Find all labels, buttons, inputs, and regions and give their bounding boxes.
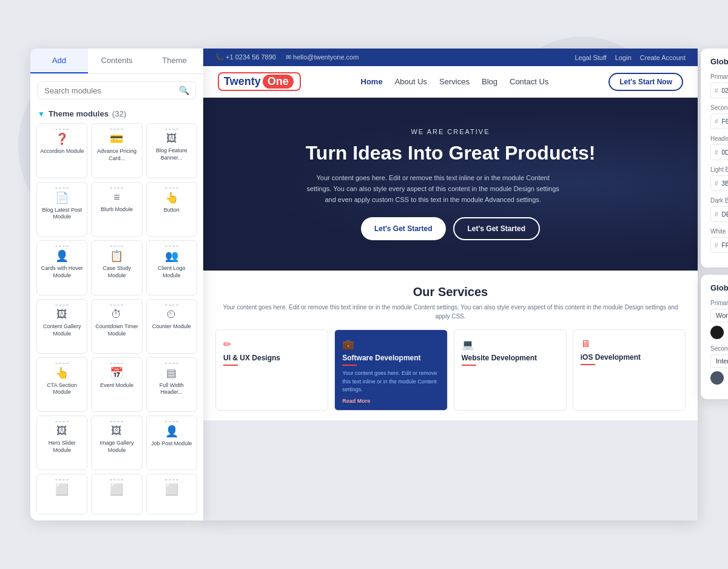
counter-icon: ⏲: [166, 308, 177, 321]
services-title: Our Services: [215, 285, 686, 299]
logo-twenty: Twenty: [224, 75, 261, 88]
site-preview: 📞 +1 0234 56 7890 ✉ hello@twentyone.com …: [203, 49, 698, 520]
case-study-icon: 📋: [110, 249, 123, 263]
nav-blog[interactable]: Blog: [482, 77, 497, 86]
module-hero-slider[interactable]: 🖼 Hero Slider Module: [36, 416, 87, 470]
font-primary-row: Primary Work Sans ▼: [710, 300, 728, 339]
search-input[interactable]: [44, 86, 179, 95]
nav-home[interactable]: Home: [361, 77, 383, 86]
site-logo: Twenty One: [218, 72, 301, 91]
module-extra1[interactable]: ⬜: [36, 474, 87, 514]
search-icon[interactable]: 🔍: [179, 86, 189, 95]
ui-ux-divider: [223, 365, 238, 366]
nav-cta-button[interactable]: Let's Start Now: [608, 73, 683, 91]
module-client-logo[interactable]: 👥 Client Logo Module: [146, 240, 197, 295]
module-cards-hover[interactable]: 👤 Cards with Hover Module: [36, 240, 87, 295]
main-wrapper: Add Contents Theme 🔍 ▼ Theme modules (32…: [30, 49, 698, 520]
phone-icon: 📞: [215, 53, 226, 61]
global-fonts-panel: Global fonts ▲ Primary Work Sans ▼ Secon…: [701, 275, 728, 399]
module-advance-pricing[interactable]: 💳 Advance Pricing Card...: [91, 123, 142, 178]
ios-icon: 🖥: [581, 338, 678, 349]
hero-buttons: Let's Get Started Let's Get Started: [306, 217, 596, 240]
software-desc: Your content goes here. Edit or remove t…: [342, 369, 439, 394]
theme-modules-label: Theme modules: [49, 109, 109, 118]
blog-feature-icon: 🖼: [166, 132, 177, 145]
module-full-width[interactable]: ▤ Full Width Header...: [146, 357, 197, 412]
color-light-bg-label: Light Background Body Color: [710, 166, 728, 173]
services-grid: ✏ UI & UX Designs 💼 Software Development…: [215, 329, 686, 411]
cards-hover-label: Cards with Hover Module: [39, 265, 84, 279]
dark-bg-value: DEE8F4: [722, 211, 728, 218]
client-logo-icon: 👥: [165, 249, 178, 263]
legal-link[interactable]: Legal Stuff: [575, 54, 606, 61]
module-accordion[interactable]: ❓ Accordion Module: [36, 123, 87, 178]
hero-btn2[interactable]: Let's Get Started: [453, 217, 541, 240]
module-blurb[interactable]: ≡ Blurb Module: [91, 182, 142, 237]
secondary-hash: #: [715, 118, 718, 125]
event-icon: 📅: [110, 366, 123, 380]
tab-add[interactable]: Add: [30, 49, 88, 73]
tab-theme[interactable]: Theme: [146, 49, 203, 73]
ios-divider: [581, 364, 595, 365]
color-light-bg-input[interactable]: # 3B4F68: [710, 175, 728, 191]
nav-contact[interactable]: Contact Us: [510, 77, 548, 86]
hero-btn1[interactable]: Let's Get Started: [361, 217, 446, 240]
font-secondary-label: Secondary: [710, 345, 728, 352]
font-secondary-select[interactable]: Inter ▼: [710, 354, 728, 368]
global-colors-title: Global colors ▲: [710, 57, 728, 66]
blog-feature-label: Blog Feature Banner...: [149, 147, 194, 161]
font-secondary-color[interactable]: [710, 371, 724, 385]
dark-bg-hash: #: [715, 211, 718, 218]
module-content-gallery[interactable]: 🖼 Content Gallery Module: [36, 299, 87, 354]
right-panels: Global colors ▲ Primary # 023EBA Seconda…: [701, 49, 728, 399]
color-primary-input[interactable]: # 023EBA: [710, 82, 728, 98]
color-secondary-input[interactable]: # F65D5D: [710, 113, 728, 129]
module-case-study[interactable]: 📋 Case Study Module: [91, 240, 142, 295]
hero-eyebrow: WE ARE CREATIVE: [306, 128, 596, 135]
color-dark-bg-input[interactable]: # DEE8F4: [710, 206, 728, 222]
hero-slider-icon: 🖼: [56, 425, 67, 437]
color-dark-bg-label: Dark Background Body Color: [710, 197, 728, 204]
software-link[interactable]: Read More: [342, 398, 439, 404]
global-fonts-title: Global fonts ▲: [710, 283, 728, 292]
full-width-icon: ▤: [166, 366, 177, 380]
modules-grid: ❓ Accordion Module 💳 Advance Pricing Car…: [30, 123, 203, 520]
module-button[interactable]: 👆 Button: [146, 182, 197, 237]
job-post-icon: 👤: [165, 425, 178, 438]
left-panel: Add Contents Theme 🔍 ▼ Theme modules (32…: [30, 49, 203, 520]
module-counter[interactable]: ⏲ Counter Module: [146, 299, 197, 354]
services-subtitle: Your content goes here. Edit or remove t…: [215, 303, 686, 321]
color-dark-bg-block: Dark Background Body Color # DEE8F4: [710, 197, 728, 222]
color-heading-input[interactable]: # 0D1724: [710, 144, 728, 160]
site-nav: Twenty One Home About Us Services Blog C…: [203, 66, 698, 98]
extra2-icon: ⬜: [110, 483, 123, 496]
module-job-post[interactable]: 👤 Job Post Module: [146, 416, 197, 470]
module-blog-feature[interactable]: 🖼 Blog Feature Banner...: [146, 123, 197, 178]
nav-services[interactable]: Services: [439, 77, 470, 86]
module-blog-latest[interactable]: 📄 Blog Latest Post Module: [36, 182, 87, 237]
content-gallery-icon: 🖼: [56, 308, 67, 321]
image-gallery-label: Image Gallery Module: [94, 440, 139, 454]
button-icon: 👆: [165, 191, 178, 204]
chevron-down-icon: ▼: [38, 110, 45, 118]
font-primary-select[interactable]: Work Sans ▼: [710, 309, 728, 322]
logo-one: One: [263, 75, 294, 89]
extra1-icon: ⬜: [55, 483, 69, 496]
tab-contents[interactable]: Contents: [88, 49, 146, 73]
blurb-icon: ≡: [113, 191, 120, 204]
cta-label: CTA Section Module: [39, 382, 84, 396]
create-account-link[interactable]: Create Account: [640, 54, 686, 61]
software-divider: [342, 365, 357, 366]
module-extra2[interactable]: ⬜: [91, 474, 142, 514]
font-primary-color[interactable]: [710, 326, 724, 339]
module-extra3[interactable]: ⬜: [146, 474, 197, 514]
login-link[interactable]: Login: [615, 54, 632, 61]
color-white-input[interactable]: # FFFFFF: [710, 237, 728, 253]
module-cta[interactable]: 👆 CTA Section Module: [36, 357, 87, 412]
module-event[interactable]: 📅 Event Module: [91, 357, 142, 412]
blurb-label: Blurb Module: [101, 206, 133, 214]
nav-about[interactable]: About Us: [395, 77, 427, 86]
button-label: Button: [164, 207, 180, 214]
module-image-gallery[interactable]: 🖼 Image Gallery Module: [91, 416, 142, 470]
module-countdown[interactable]: ⏱ Countdown Timer Module: [91, 299, 142, 354]
